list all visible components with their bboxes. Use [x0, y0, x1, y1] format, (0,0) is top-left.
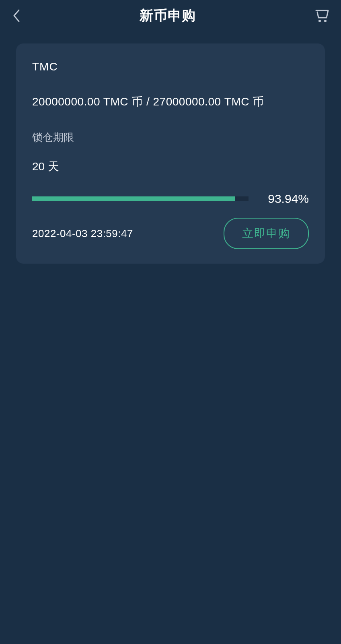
content-area: TMC 20000000.00 TMC 币 / 27000000.00 TMC … — [0, 31, 341, 264]
lock-period-value: 20 天 — [32, 159, 309, 174]
lock-period-label: 锁仓期限 — [32, 130, 309, 144]
progress-row: 93.94% — [32, 192, 309, 206]
back-icon[interactable] — [10, 8, 22, 24]
progress-percent: 93.94% — [261, 192, 309, 206]
subscription-card: TMC 20000000.00 TMC 币 / 27000000.00 TMC … — [16, 43, 325, 264]
progress-track — [32, 196, 249, 201]
page-title: 新币申购 — [140, 6, 196, 25]
cart-icon[interactable] — [314, 7, 331, 25]
svg-point-0 — [318, 20, 321, 22]
header: 新币申购 — [0, 0, 341, 31]
progress-fill — [32, 196, 235, 201]
coin-name: TMC — [32, 60, 309, 73]
bottom-row: 2022-04-03 23:59:47 立即申购 — [32, 218, 309, 249]
amount-text: 20000000.00 TMC 币 / 27000000.00 TMC 币 — [32, 94, 309, 109]
apply-button[interactable]: 立即申购 — [224, 218, 309, 249]
timestamp: 2022-04-03 23:59:47 — [32, 227, 133, 240]
svg-point-1 — [324, 20, 327, 22]
